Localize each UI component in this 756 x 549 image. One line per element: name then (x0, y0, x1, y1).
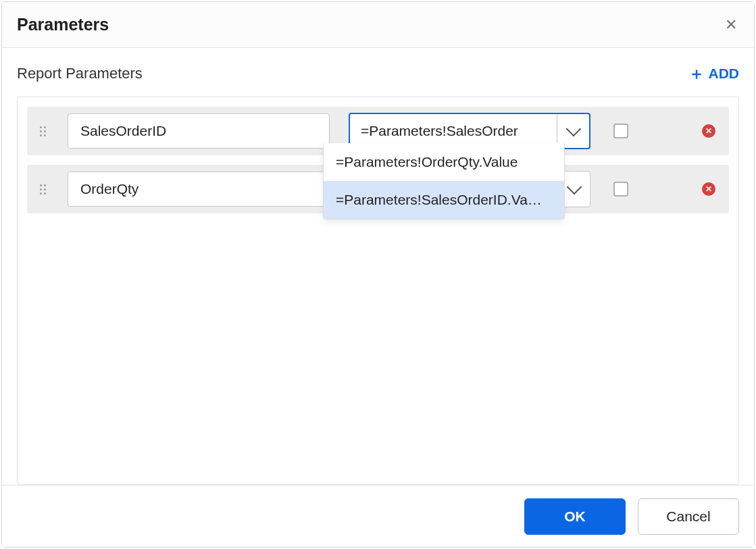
dialog-title: Parameters (17, 15, 109, 34)
section-title: Report Parameters (17, 65, 143, 82)
plus-icon: ＋ (688, 66, 705, 82)
ok-button[interactable]: OK (524, 498, 626, 535)
parameters-grid: =Parameters!OrderQty.Value =Parameters!S… (17, 97, 739, 485)
dialog-footer: OK Cancel (2, 485, 754, 547)
dialog-header: Parameters ✕ (2, 2, 754, 48)
add-label: ADD (709, 66, 740, 82)
parameter-name-input[interactable] (68, 172, 330, 207)
parameters-dialog: Parameters ✕ Report Parameters ＋ ADD (1, 1, 755, 548)
chevron-down-icon (566, 180, 582, 195)
parameter-checkbox[interactable] (613, 124, 628, 138)
delete-row-button[interactable] (702, 182, 715, 196)
combobox-dropdown: =Parameters!OrderQty.Value =Parameters!S… (323, 143, 565, 219)
delete-row-button[interactable] (702, 124, 715, 138)
chevron-down-icon (565, 122, 581, 137)
dropdown-option[interactable]: =Parameters!OrderQty.Value (324, 143, 564, 181)
section-header: Report Parameters ＋ ADD (17, 60, 739, 87)
close-button[interactable]: ✕ (723, 17, 739, 33)
drag-handle-icon[interactable] (36, 184, 49, 194)
close-icon: ✕ (725, 16, 737, 34)
cancel-button[interactable]: Cancel (638, 498, 739, 535)
parameter-name-input[interactable] (68, 113, 330, 149)
dialog-body: Report Parameters ＋ ADD (2, 48, 754, 485)
dropdown-option[interactable]: =Parameters!SalesOrderID.Va… (324, 181, 564, 219)
drag-handle-icon[interactable] (36, 126, 49, 136)
parameter-checkbox[interactable] (613, 182, 628, 197)
add-button[interactable]: ＋ ADD (688, 66, 740, 82)
